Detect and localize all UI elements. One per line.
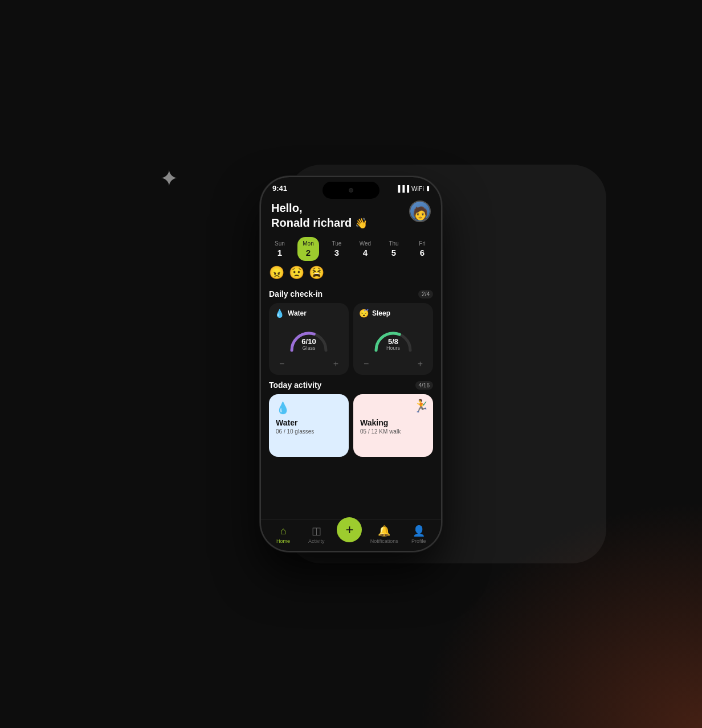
waking-activity-name: Waking bbox=[360, 418, 426, 427]
cal-day-tue[interactable]: Tue 3 bbox=[326, 237, 348, 261]
sleep-controls: − + bbox=[359, 359, 427, 369]
greeting-block: Hello, Ronald richard 👋 bbox=[271, 201, 368, 230]
nav-notifications[interactable]: 🔔 Notifications bbox=[370, 525, 398, 544]
screen-content[interactable]: Hello, Ronald richard 👋 🧑 Sun 1 bbox=[261, 195, 441, 520]
activity-label: Activity bbox=[308, 538, 325, 544]
cal-day-name-sun: Sun bbox=[275, 240, 285, 247]
today-activity-section: Today activity 4/16 💧 Water 06 / 10 glas… bbox=[261, 377, 441, 463]
nav-profile[interactable]: 👤 Profile bbox=[406, 525, 431, 544]
checkin-badge: 2/4 bbox=[418, 290, 433, 298]
sleep-checkin-card: 😴 Sleep 5/8 Hours bbox=[353, 303, 433, 375]
nav-add-button[interactable]: + bbox=[337, 517, 362, 542]
activity-icon: ◫ bbox=[312, 525, 321, 537]
background-glow bbox=[417, 500, 702, 728]
signal-icon: ▐▐▐ bbox=[396, 185, 409, 192]
sleep-gauge: 5/8 Hours bbox=[370, 325, 416, 353]
water-card-header: 💧 Water bbox=[275, 309, 343, 318]
sleep-card-title: Sleep bbox=[372, 309, 390, 317]
cal-day-name-wed: Wed bbox=[360, 240, 371, 247]
sleep-gauge-value: 5/8 bbox=[386, 338, 400, 345]
sleep-card-header: 😴 Sleep bbox=[359, 309, 427, 318]
daily-checkin-section: Daily check-in 2/4 💧 Water bbox=[261, 286, 441, 377]
mood-angry[interactable]: 😠 bbox=[269, 265, 284, 280]
bottom-nav: ⌂ Home ◫ Activity + 🔔 Notifications 👤 Pr… bbox=[261, 520, 441, 551]
cal-day-wed[interactable]: Wed 4 bbox=[354, 237, 376, 261]
activity-section-header: Today activity 4/16 bbox=[269, 381, 433, 390]
status-icons: ▐▐▐ WiFi ▮ bbox=[396, 185, 430, 192]
cal-day-num-fri: 6 bbox=[420, 248, 425, 257]
waking-check-icon: ✓ bbox=[422, 400, 427, 408]
water-checkin-card: 💧 Water bbox=[269, 303, 349, 375]
cal-day-num-tue: 3 bbox=[334, 248, 339, 257]
status-time: 9:41 bbox=[272, 184, 287, 193]
sleep-gauge-unit: Hours bbox=[386, 345, 400, 351]
water-activity-detail: 06 / 10 glasses bbox=[276, 428, 342, 435]
sleep-decrease-button[interactable]: − bbox=[359, 359, 373, 369]
cal-day-num-sun: 1 bbox=[277, 248, 282, 257]
sleep-gauge-text: 5/8 Hours bbox=[386, 338, 400, 351]
cal-day-name-mon: Mon bbox=[303, 240, 313, 247]
cal-day-thu[interactable]: Thu 5 bbox=[383, 237, 405, 261]
activity-badge: 4/16 bbox=[415, 381, 433, 390]
avatar-image: 🧑 bbox=[410, 202, 430, 221]
water-increase-button[interactable]: + bbox=[329, 359, 343, 369]
water-controls: − + bbox=[275, 359, 343, 369]
nav-home[interactable]: ⌂ Home bbox=[271, 525, 296, 544]
water-gauge-value: 6/10 bbox=[301, 338, 316, 345]
cal-day-num-mon: 2 bbox=[306, 248, 311, 257]
greeting-line2: Ronald richard bbox=[271, 216, 352, 229]
phone-frame: 9:41 ▐▐▐ WiFi ▮ Hello, Ronald richard 👋 bbox=[260, 176, 442, 552]
battery-icon: ▮ bbox=[426, 185, 430, 192]
cal-day-name-tue: Tue bbox=[332, 240, 342, 247]
home-icon: ⌂ bbox=[280, 525, 287, 537]
activity-title: Today activity bbox=[269, 381, 321, 390]
camera-dot bbox=[349, 188, 353, 193]
notifications-label: Notifications bbox=[370, 538, 398, 544]
water-gauge-text: 6/10 Glass bbox=[301, 338, 316, 351]
greeting-text: Hello, Ronald richard 👋 bbox=[271, 201, 368, 230]
notifications-icon: 🔔 bbox=[378, 525, 390, 537]
home-label: Home bbox=[276, 538, 290, 544]
phone-screen: 9:41 ▐▐▐ WiFi ▮ Hello, Ronald richard 👋 bbox=[261, 177, 441, 551]
waking-activity-detail: 05 / 12 KM walk bbox=[360, 428, 426, 435]
activity-cards: 💧 Water 06 / 10 glasses 🏃 ✓ Waking 05 / … bbox=[269, 394, 433, 460]
water-card-title: Water bbox=[288, 309, 307, 317]
sleep-increase-button[interactable]: + bbox=[413, 359, 427, 369]
water-activity-card[interactable]: 💧 Water 06 / 10 glasses bbox=[269, 394, 349, 457]
cal-day-fri[interactable]: Fri 6 bbox=[411, 237, 433, 261]
wave-emoji: 👋 bbox=[355, 218, 368, 229]
water-card-icon: 💧 bbox=[275, 309, 284, 318]
header: Hello, Ronald richard 👋 🧑 bbox=[261, 195, 441, 235]
mood-row: 😠 😟 😫 bbox=[261, 265, 441, 286]
dynamic-island bbox=[323, 182, 379, 199]
cal-day-name-thu: Thu bbox=[389, 240, 398, 247]
nav-activity[interactable]: ◫ Activity bbox=[304, 525, 329, 544]
checkin-cards: 💧 Water bbox=[269, 303, 433, 375]
water-decrease-button[interactable]: − bbox=[275, 359, 289, 369]
cal-day-num-wed: 4 bbox=[363, 248, 368, 257]
water-activity-name: Water bbox=[276, 418, 342, 427]
phone-wrapper: 9:41 ▐▐▐ WiFi ▮ Hello, Ronald richard 👋 bbox=[260, 176, 442, 552]
cal-day-name-fri: Fri bbox=[419, 240, 426, 247]
cal-day-mon[interactable]: Mon 2 bbox=[297, 237, 319, 261]
profile-label: Profile bbox=[411, 538, 426, 544]
waking-activity-card[interactable]: 🏃 ✓ Waking 05 / 12 KM walk bbox=[353, 394, 433, 457]
cal-day-sun[interactable]: Sun 1 bbox=[269, 237, 291, 261]
water-activity-icon: 💧 bbox=[276, 401, 342, 415]
checkin-section-header: Daily check-in 2/4 bbox=[269, 289, 433, 298]
profile-icon: 👤 bbox=[413, 525, 425, 537]
wifi-icon: WiFi bbox=[411, 185, 424, 192]
water-gauge-unit: Glass bbox=[301, 345, 316, 351]
greeting-line1: Hello, bbox=[271, 202, 302, 214]
mood-sad[interactable]: 😟 bbox=[289, 265, 304, 280]
water-gauge: 6/10 Glass bbox=[286, 325, 332, 353]
calendar-strip: Sun 1 Mon 2 Tue 3 Wed 4 bbox=[261, 235, 441, 265]
cal-day-num-thu: 5 bbox=[391, 248, 396, 257]
mood-tired[interactable]: 😫 bbox=[309, 265, 324, 280]
avatar[interactable]: 🧑 bbox=[409, 201, 431, 222]
checkin-title: Daily check-in bbox=[269, 289, 323, 298]
sleep-card-icon: 😴 bbox=[359, 309, 369, 318]
star-decoration: ✦ bbox=[160, 165, 179, 191]
